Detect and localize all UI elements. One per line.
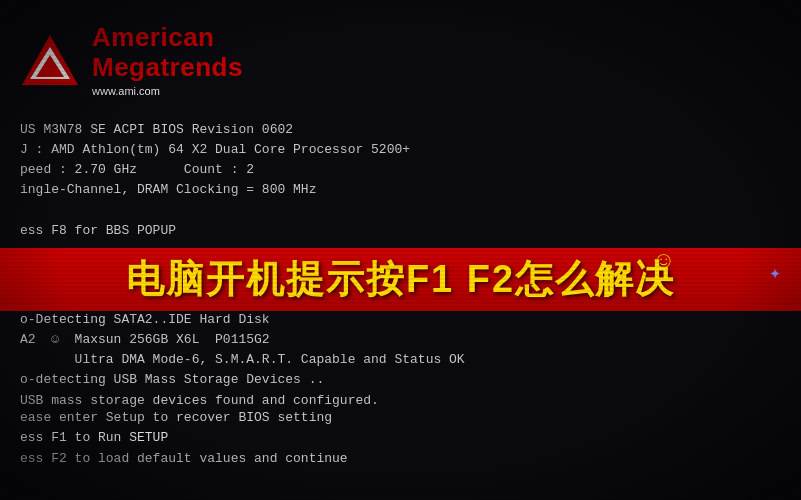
bios-lower-line-2: A2 ☺ Maxsun 256GB X6L P0115G2 bbox=[20, 330, 465, 350]
bios-screen: American Megatrends www.ami.com US M3N78… bbox=[0, 0, 801, 500]
bios-line-1: US M3N78 SE ACPI BIOS Revision 0602 bbox=[20, 120, 410, 140]
bios-info-lower: o-Detecting SATA2..IDE Hard Disk A2 ☺ Ma… bbox=[20, 310, 465, 411]
bios-lower-line-1: o-Detecting SATA2..IDE Hard Disk bbox=[20, 310, 465, 330]
ami-text: American Megatrends www.ami.com bbox=[92, 23, 243, 97]
bios-line-2: J : AMD Athlon(tm) 64 X2 Dual Core Proce… bbox=[20, 140, 410, 160]
bios-info-upper: US M3N78 SE ACPI BIOS Revision 0602 J : … bbox=[20, 120, 410, 241]
logo-area: American Megatrends www.ami.com bbox=[0, 0, 801, 110]
bios-lower-line-3: Ultra DMA Mode-6, S.M.A.R.T. Capable and… bbox=[20, 350, 465, 370]
chinese-title: 电脑开机提示按F1 F2怎么解决 bbox=[126, 254, 675, 305]
smiley-decoration-icon: ☺ bbox=[657, 248, 671, 275]
press-f2-line: ess F2 to load default values and contin… bbox=[20, 449, 348, 470]
bios-line-5 bbox=[20, 201, 410, 221]
bios-line-6: ess F8 for BBS POPUP bbox=[20, 221, 410, 241]
bios-press-instructions: ease enter Setup to recover BIOS setting… bbox=[20, 408, 348, 470]
press-f1-line: ess F1 to Run SETUP bbox=[20, 428, 348, 449]
press-setup-line: ease enter Setup to recover BIOS setting bbox=[20, 408, 348, 429]
ami-triangle-icon bbox=[20, 33, 80, 88]
bios-line-4: ingle-Channel, DRAM Clocking = 800 MHz bbox=[20, 180, 410, 200]
brand-line1: American bbox=[92, 23, 243, 53]
chinese-banner: 电脑开机提示按F1 F2怎么解决 bbox=[0, 248, 801, 311]
bios-lower-line-4: o-detecting USB Mass Storage Devices .. bbox=[20, 370, 465, 390]
ami-logo: American Megatrends www.ami.com bbox=[20, 23, 243, 97]
brand-line2: Megatrends bbox=[92, 53, 243, 83]
bios-line-3: peed : 2.70 GHz Count : 2 bbox=[20, 160, 410, 180]
sparkle-decoration-icon: ✦ bbox=[769, 260, 781, 285]
ami-url: www.ami.com bbox=[92, 85, 243, 97]
